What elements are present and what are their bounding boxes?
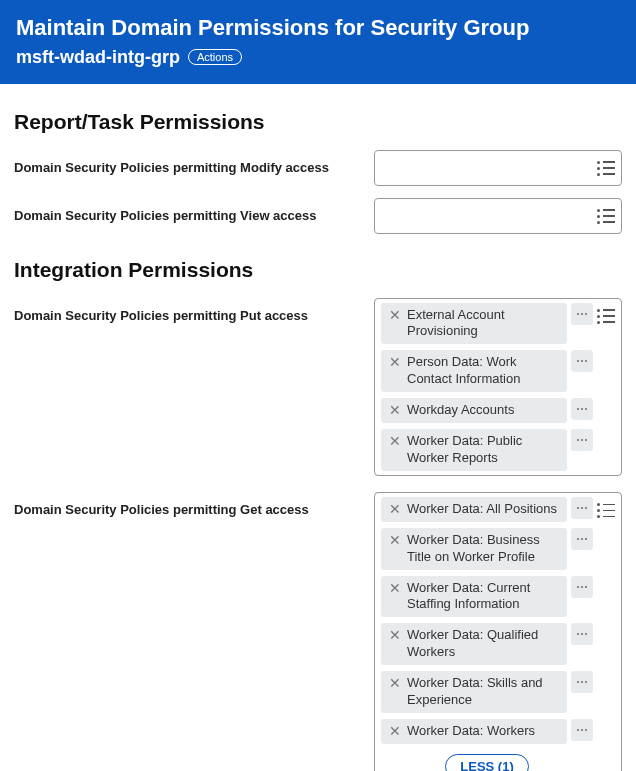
policy-chip: ✕Workday Accounts bbox=[381, 398, 567, 423]
chip-label: Worker Data: Workers bbox=[407, 723, 559, 740]
chip-row: ✕Person Data: Work Contact Information⋯ bbox=[381, 350, 593, 392]
list-icon[interactable] bbox=[597, 159, 615, 177]
get-access-label: Domain Security Policies permitting Get … bbox=[14, 492, 374, 517]
policy-chip: ✕Worker Data: Skills and Experience bbox=[381, 671, 567, 713]
close-icon[interactable]: ✕ bbox=[389, 627, 401, 642]
chip-label: Workday Accounts bbox=[407, 402, 559, 419]
more-icon[interactable]: ⋯ bbox=[571, 623, 593, 645]
policy-chip: ✕Worker Data: Public Worker Reports bbox=[381, 429, 567, 471]
more-icon[interactable]: ⋯ bbox=[571, 671, 593, 693]
list-icon[interactable] bbox=[597, 207, 615, 225]
close-icon[interactable]: ✕ bbox=[389, 675, 401, 690]
policy-chip: ✕Worker Data: All Positions bbox=[381, 497, 567, 522]
group-name: msft-wdad-intg-grp bbox=[16, 47, 180, 68]
subtitle-row: msft-wdad-intg-grp Actions bbox=[16, 47, 620, 68]
close-icon[interactable]: ✕ bbox=[389, 433, 401, 448]
close-icon[interactable]: ✕ bbox=[389, 723, 401, 738]
more-icon[interactable]: ⋯ bbox=[571, 350, 593, 372]
policy-chip: ✕Person Data: Work Contact Information bbox=[381, 350, 567, 392]
chip-label: Worker Data: Qualified Workers bbox=[407, 627, 559, 661]
close-icon[interactable]: ✕ bbox=[389, 532, 401, 547]
less-button[interactable]: LESS (1) bbox=[445, 754, 528, 771]
more-icon[interactable]: ⋯ bbox=[571, 429, 593, 451]
policy-chip: ✕Worker Data: Business Title on Worker P… bbox=[381, 528, 567, 570]
close-icon[interactable]: ✕ bbox=[389, 580, 401, 595]
policy-chip: ✕External Account Provisioning bbox=[381, 303, 567, 345]
view-access-row: Domain Security Policies permitting View… bbox=[14, 198, 622, 234]
chip-label: Worker Data: Current Staffing Informatio… bbox=[407, 580, 559, 614]
chip-row: ✕Worker Data: Business Title on Worker P… bbox=[381, 528, 593, 570]
page-body: Report/Task Permissions Domain Security … bbox=[0, 84, 636, 771]
list-icon[interactable] bbox=[597, 307, 615, 325]
close-icon[interactable]: ✕ bbox=[389, 354, 401, 369]
page-header: Maintain Domain Permissions for Security… bbox=[0, 0, 636, 84]
actions-button[interactable]: Actions bbox=[188, 49, 242, 65]
chip-label: Worker Data: Skills and Experience bbox=[407, 675, 559, 709]
policy-chip: ✕Worker Data: Qualified Workers bbox=[381, 623, 567, 665]
report-task-heading: Report/Task Permissions bbox=[14, 110, 622, 134]
chip-row: ✕Worker Data: Public Worker Reports⋯ bbox=[381, 429, 593, 471]
modify-access-label: Domain Security Policies permitting Modi… bbox=[14, 150, 374, 175]
chip-row: ✕Worker Data: Workers⋯ bbox=[381, 719, 593, 744]
close-icon[interactable]: ✕ bbox=[389, 501, 401, 516]
page-title: Maintain Domain Permissions for Security… bbox=[16, 14, 620, 43]
more-icon[interactable]: ⋯ bbox=[571, 576, 593, 598]
more-icon[interactable]: ⋯ bbox=[571, 528, 593, 550]
view-access-label: Domain Security Policies permitting View… bbox=[14, 198, 374, 223]
more-icon[interactable]: ⋯ bbox=[571, 497, 593, 519]
get-access-input[interactable]: ✕Worker Data: All Positions⋯✕Worker Data… bbox=[374, 492, 622, 771]
chip-label: Worker Data: All Positions bbox=[407, 501, 559, 518]
chip-label: Worker Data: Public Worker Reports bbox=[407, 433, 559, 467]
chip-row: ✕Worker Data: Skills and Experience⋯ bbox=[381, 671, 593, 713]
chip-label: Worker Data: Business Title on Worker Pr… bbox=[407, 532, 559, 566]
put-access-row: Domain Security Policies permitting Put … bbox=[14, 298, 622, 476]
list-icon[interactable] bbox=[597, 501, 615, 519]
policy-chip: ✕Worker Data: Workers bbox=[381, 719, 567, 744]
chip-row: ✕External Account Provisioning⋯ bbox=[381, 303, 593, 345]
modify-access-input[interactable] bbox=[374, 150, 622, 186]
modify-access-row: Domain Security Policies permitting Modi… bbox=[14, 150, 622, 186]
chip-row: ✕Worker Data: All Positions⋯ bbox=[381, 497, 593, 522]
put-access-label: Domain Security Policies permitting Put … bbox=[14, 298, 374, 323]
chip-label: Person Data: Work Contact Information bbox=[407, 354, 559, 388]
put-access-input[interactable]: ✕External Account Provisioning⋯✕Person D… bbox=[374, 298, 622, 476]
get-access-row: Domain Security Policies permitting Get … bbox=[14, 492, 622, 771]
chip-label: External Account Provisioning bbox=[407, 307, 559, 341]
more-icon[interactable]: ⋯ bbox=[571, 303, 593, 325]
more-icon[interactable]: ⋯ bbox=[571, 398, 593, 420]
chip-row: ✕Worker Data: Qualified Workers⋯ bbox=[381, 623, 593, 665]
chip-row: ✕Workday Accounts⋯ bbox=[381, 398, 593, 423]
policy-chip: ✕Worker Data: Current Staffing Informati… bbox=[381, 576, 567, 618]
close-icon[interactable]: ✕ bbox=[389, 307, 401, 322]
integration-heading: Integration Permissions bbox=[14, 258, 622, 282]
close-icon[interactable]: ✕ bbox=[389, 402, 401, 417]
view-access-input[interactable] bbox=[374, 198, 622, 234]
more-icon[interactable]: ⋯ bbox=[571, 719, 593, 741]
chip-row: ✕Worker Data: Current Staffing Informati… bbox=[381, 576, 593, 618]
